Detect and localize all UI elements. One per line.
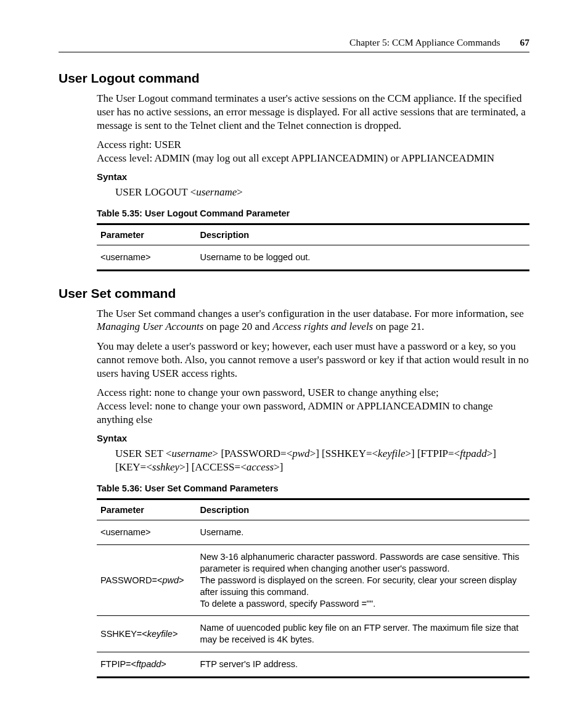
th-description: Description xyxy=(196,224,529,245)
section-body-user-set: The User Set command changes a user's co… xyxy=(97,307,529,678)
para-access-level-2: Access level: none to change your own pa… xyxy=(97,400,529,427)
cell-desc: Username to be logged out. xyxy=(196,245,529,270)
table-row: SSHKEY=<keyfile> Name of uuencoded publi… xyxy=(97,616,529,652)
cell-desc: New 3-16 alphanumeric character password… xyxy=(196,545,529,616)
para-access-level: Access level: ADMIN (may log out all exc… xyxy=(97,152,529,165)
table-row: <username> Username to be logged out. xyxy=(97,245,529,270)
para-logout-overview: The User Logout command terminates a use… xyxy=(97,92,529,132)
cell-param: SSHKEY=<keyfile> xyxy=(97,616,196,652)
th-parameter: Parameter xyxy=(97,499,196,520)
th-description: Description xyxy=(196,499,529,520)
page: Chapter 5: CCM Appliance Commands 67 Use… xyxy=(0,0,588,706)
syntax-label-2: Syntax xyxy=(97,433,529,443)
chapter-title: Chapter 5: CCM Appliance Commands xyxy=(349,37,500,47)
cell-desc: Username. xyxy=(196,520,529,545)
table-caption-535: Table 5.35: User Logout Command Paramete… xyxy=(97,208,529,218)
table-row: <username> Username. xyxy=(97,520,529,545)
cell-param: PASSWORD=<pwd> xyxy=(97,545,196,616)
cell-param: FTPIP=<ftpadd> xyxy=(97,652,196,678)
running-header: Chapter 5: CCM Appliance Commands 67 xyxy=(59,37,529,52)
table-535: Parameter Description <username> Usernam… xyxy=(97,223,529,271)
table-caption-536: Table 5.36: User Set Command Parameters xyxy=(97,483,529,493)
cell-desc: Name of uuencoded public key file on an … xyxy=(196,616,529,652)
section-heading-user-set: User Set command xyxy=(59,286,529,301)
syntax-label: Syntax xyxy=(97,171,529,182)
page-number: 67 xyxy=(520,37,530,47)
para-userset-overview: The User Set command changes a user's co… xyxy=(97,307,529,334)
syntax-line-userset: USER SET <username> [PASSWORD=<pwd>] [SS… xyxy=(115,447,529,475)
section-body-user-logout: The User Logout command terminates a use… xyxy=(97,92,529,271)
cell-param: <username> xyxy=(97,245,196,270)
cell-param: <username> xyxy=(97,520,196,545)
para-userset-delete: You may delete a user's password or key;… xyxy=(97,340,529,380)
section-heading-user-logout: User Logout command xyxy=(59,71,529,86)
table-536: Parameter Description <username> Usernam… xyxy=(97,498,529,678)
th-parameter: Parameter xyxy=(97,224,196,245)
table-row: FTPIP=<ftpadd> FTP server's IP address. xyxy=(97,652,529,678)
cell-desc: FTP server's IP address. xyxy=(196,652,529,678)
para-access-right-2: Access right: none to change your own pa… xyxy=(97,386,529,400)
table-row: PASSWORD=<pwd> New 3-16 alphanumeric cha… xyxy=(97,545,529,616)
syntax-line-logout: USER LOGOUT <username> xyxy=(115,186,529,200)
para-access-right: Access right: USER xyxy=(97,138,529,152)
